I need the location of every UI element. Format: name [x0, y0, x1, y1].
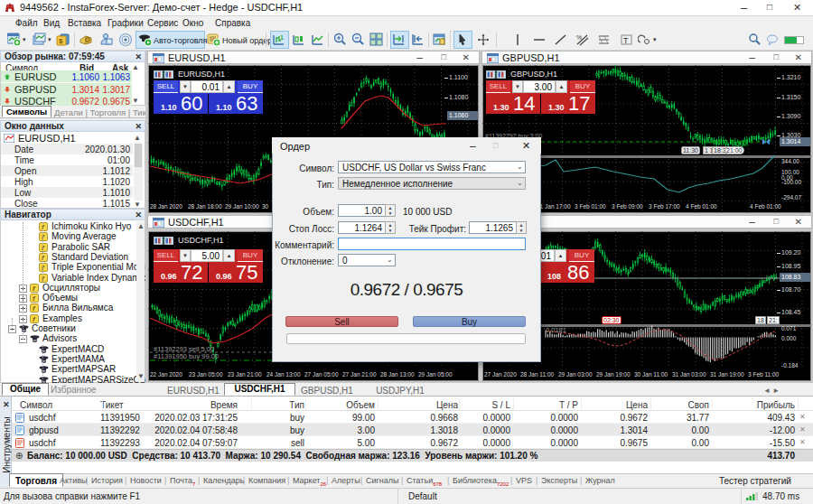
- svg-text:T: T: [623, 36, 629, 45]
- svg-text:%: %: [576, 34, 582, 41]
- svg-text:#11391950 buy 99.00: #11391950 buy 99.00: [154, 352, 219, 360]
- svg-text:0.0181: 0.0181: [546, 326, 566, 334]
- svg-text:1: 1: [280, 34, 284, 41]
- svg-text:$: $: [59, 37, 63, 45]
